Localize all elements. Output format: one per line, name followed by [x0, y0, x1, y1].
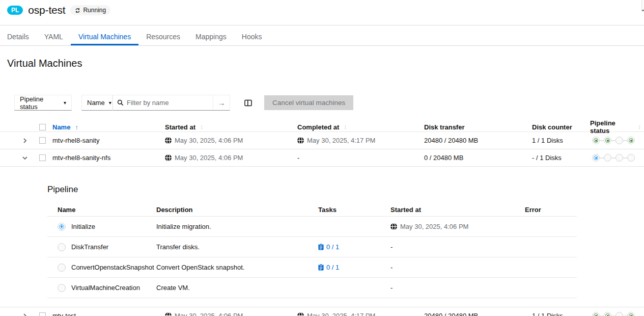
completed-at-cell: -	[297, 154, 424, 162]
pipeline-table: Name Description Tasks Started at Error …	[47, 203, 577, 298]
globe-icon	[165, 312, 172, 316]
column-header-started-at[interactable]: Started at ↕	[165, 123, 297, 131]
completed-at-cell: May 30, 2025, 4:17 PM	[297, 137, 424, 144]
disk-transfer-cell: 20480 / 20480 MB	[424, 312, 532, 316]
filter-category-value: Pipeline status	[20, 95, 60, 111]
disk-counter-cell: - / 1 Disks	[532, 154, 590, 162]
pipeline-column-description: Description	[156, 206, 318, 214]
sort-icon: ↕	[344, 123, 347, 130]
vertical-scrollbar[interactable]	[641, 0, 644, 11]
step-started-at: -	[390, 284, 525, 292]
started-at-cell: May 30, 2025, 4:06 PM	[165, 312, 297, 316]
column-header-completed-at[interactable]: Completed at ↕	[297, 123, 424, 131]
select-all-checkbox[interactable]	[39, 124, 46, 130]
status-badge[interactable]: Running	[70, 5, 110, 15]
pipeline-header-row: Name Description Tasks Started at Error	[47, 203, 577, 217]
expand-toggle[interactable]	[22, 313, 27, 316]
pipeline-column-name: Name	[47, 206, 156, 214]
chevron-right-icon	[22, 313, 27, 316]
pipeline-step-row: Initialize Initialize migration. May 30,…	[47, 217, 577, 237]
pipeline-status-indicator	[590, 312, 644, 316]
page-title: Virtual Machines	[0, 46, 644, 69]
completed-at-cell: May 30, 2025, 4:17 PM	[297, 312, 424, 316]
tab-yaml[interactable]: YAML	[37, 28, 71, 45]
row-checkbox[interactable]	[39, 312, 46, 316]
tab-mappings[interactable]: Mappings	[188, 28, 234, 45]
tab-details[interactable]: Details	[0, 28, 37, 45]
plan-title: osp-test	[28, 4, 65, 16]
globe-icon	[165, 154, 172, 161]
row-checkbox[interactable]	[39, 137, 46, 144]
vm-name: mtv-test	[52, 312, 165, 316]
column-header-disk-counter: Disk counter	[532, 123, 590, 131]
column-header-disk-transfer: Disk transfer	[424, 123, 532, 131]
status-label: Running	[83, 7, 106, 14]
tab-bar: Details YAML Virtual Machines Resources …	[0, 28, 644, 46]
search-icon	[117, 99, 124, 106]
disk-counter-cell: 1 / 1 Disks	[532, 312, 590, 316]
started-at-cell: May 30, 2025, 4:06 PM	[165, 154, 297, 162]
task-clipboard-icon	[318, 264, 324, 271]
chevron-down-icon	[22, 155, 27, 161]
expand-toggle[interactable]	[22, 138, 27, 143]
step-started-at: May 30, 2025, 4:06 PM	[390, 223, 525, 230]
filter-field-value: Name	[87, 99, 105, 107]
step-description: Create VM.	[156, 284, 318, 292]
task-clipboard-icon	[318, 244, 324, 250]
pipeline-column-error: Error	[525, 206, 577, 214]
plan-type-badge: PL	[7, 6, 23, 15]
started-at-cell: May 30, 2025, 4:06 PM	[165, 137, 297, 144]
columns-icon	[244, 99, 252, 107]
disk-counter-cell: 1 / 1 Disks	[532, 137, 590, 144]
expanded-row-panel: Pipeline Name Description Tasks Started …	[0, 167, 644, 307]
tab-hooks[interactable]: Hooks	[234, 28, 270, 45]
chevron-down-icon: ▾	[109, 100, 111, 106]
tab-resources[interactable]: Resources	[138, 28, 188, 45]
step-name: DiskTransfer	[71, 243, 108, 251]
search-submit-button[interactable]: →	[213, 95, 230, 110]
pipeline-status-indicator	[590, 154, 644, 162]
column-header-pipeline-status[interactable]: Pipeline status ↕	[590, 119, 644, 135]
sort-ascending-icon: ↑	[75, 123, 78, 131]
chevron-down-icon: ▾	[64, 100, 66, 106]
step-status-icon	[58, 284, 66, 292]
tab-virtual-machines[interactable]: Virtual Machines	[71, 28, 138, 45]
globe-icon	[297, 312, 304, 316]
vm-name: mtv-rhel8-sanity	[52, 137, 165, 144]
filter-toolbar: Pipeline status ▾ Name ▾ → Cancel virtua…	[14, 95, 644, 111]
search-group: →	[113, 95, 230, 111]
step-description: Transfer disks.	[156, 243, 318, 251]
pipeline-step-row: ConvertOpenstackSnapshot Convert OpenSta…	[47, 257, 577, 278]
arrow-right-icon: →	[218, 98, 226, 107]
filter-category-select[interactable]: Pipeline status ▾	[14, 95, 72, 111]
step-status-icon	[58, 243, 66, 251]
globe-icon	[165, 137, 172, 144]
table-header-row: Name ↑ Started at ↕ Completed at ↕ Disk …	[0, 119, 644, 132]
cancel-virtual-machines-button[interactable]: Cancel virtual machines	[264, 95, 353, 110]
step-started-at: -	[390, 243, 525, 251]
step-description: Initialize migration.	[156, 223, 318, 230]
sync-icon	[75, 8, 80, 13]
vm-name: mtv-rhel8-sanity-nfs	[52, 154, 165, 162]
tasks-count: 0 / 1	[318, 243, 339, 251]
disk-transfer-cell: 0 / 20480 MB	[424, 154, 532, 162]
pipeline-step-row: DiskTransfer Transfer disks. 0 / 1 -	[47, 237, 577, 257]
globe-icon	[297, 137, 304, 144]
step-status-icon	[58, 223, 66, 231]
pipeline-column-tasks: Tasks	[318, 206, 390, 214]
collapse-toggle[interactable]	[22, 155, 27, 161]
step-name: VirtualMachineCreation	[71, 284, 140, 292]
search-input[interactable]	[127, 99, 209, 107]
pipeline-step-row: VirtualMachineCreation Create VM. -	[47, 278, 577, 298]
plan-header: PL osp-test Running	[0, 0, 644, 25]
row-checkbox[interactable]	[39, 154, 46, 161]
pipeline-column-started-at: Started at	[390, 206, 525, 214]
sort-icon: ↕	[638, 123, 641, 130]
table-row: mtv-rhel8-sanity May 30, 2025, 4:06 PM M…	[0, 132, 644, 149]
step-started-at: -	[390, 264, 525, 271]
manage-columns-button[interactable]	[244, 99, 252, 107]
table-row: mtv-test May 30, 2025, 4:06 PM May 30, 2…	[0, 307, 644, 316]
step-status-icon	[58, 264, 66, 272]
filter-field-select[interactable]: Name ▾	[81, 95, 113, 111]
column-header-name[interactable]: Name ↑	[52, 123, 165, 131]
